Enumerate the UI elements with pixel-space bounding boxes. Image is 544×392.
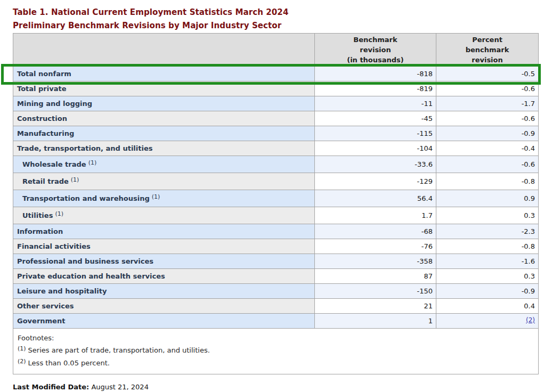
percent-revision-cell: -1.7 — [436, 96, 539, 111]
header-industry-column — [13, 34, 315, 67]
benchmark-revision-cell: -129 — [315, 173, 436, 190]
benchmark-revision-cell: -115 — [315, 126, 436, 141]
row-label-text: Total nonfarm — [17, 70, 71, 78]
footnote-2-link[interactable]: (2) — [526, 316, 535, 324]
row-label: Construction — [13, 111, 315, 126]
page: Table 1. National Current Employment Sta… — [0, 0, 544, 392]
footnote-ref: (1) — [88, 159, 97, 166]
table-row-utilities: Utilities(1) 1.7 0.3 — [13, 207, 539, 224]
row-label-text: Professional and business services — [17, 257, 153, 265]
benchmark-revision-cell: 87 — [315, 269, 436, 284]
benchmark-revision-cell: -358 — [315, 254, 436, 269]
row-label: Financial activities — [13, 239, 315, 254]
percent-revision-cell: -0.6 — [436, 156, 539, 173]
benchmark-revision-cell: -33.6 — [315, 156, 436, 173]
row-label: Total nonfarm — [13, 67, 315, 81]
benchmark-revision-cell: -819 — [315, 81, 436, 96]
table-row-financial-activities: Financial activities -76 -0.8 — [13, 239, 539, 254]
table-title-line2: Preliminary Benchmark Revisions by Major… — [13, 19, 544, 32]
row-label-text: Private education and health services — [17, 272, 165, 280]
percent-revision-cell: -0.9 — [436, 284, 539, 299]
benchmark-revision-cell: -68 — [315, 224, 436, 239]
footnotes-heading: Footnotes: — [18, 332, 534, 344]
row-label-text: Retail trade — [22, 177, 69, 185]
table-row-construction: Construction -45 -0.6 — [13, 111, 539, 126]
table-title-line1: Table 1. National Current Employment Sta… — [13, 6, 544, 19]
last-modified-value: August 21, 2024 — [91, 383, 149, 391]
percent-revision-cell: -0.9 — [436, 126, 539, 141]
row-label: Total private — [13, 81, 315, 96]
row-label: Utilities(1) — [13, 207, 315, 224]
row-label: Mining and logging — [13, 96, 315, 111]
benchmark-revision-cell: -818 — [315, 67, 436, 81]
row-label: Transportation and warehousing(1) — [13, 190, 315, 207]
row-label: Trade, transportation, and utilities — [13, 141, 315, 156]
percent-revision-cell: -0.6 — [436, 111, 539, 126]
percent-revision-cell: 0.4 — [436, 299, 539, 314]
row-label-text: Mining and logging — [17, 100, 92, 108]
row-label-text: Wholesale trade — [22, 160, 86, 168]
benchmark-revision-cell: -150 — [315, 284, 436, 299]
benchmark-revision-cell: -11 — [315, 96, 436, 111]
percent-revision-cell: -0.6 — [436, 81, 539, 96]
percent-revision-cell: -0.8 — [436, 173, 539, 190]
percent-revision-cell: -1.6 — [436, 254, 539, 269]
percent-revision-cell: -2.3 — [436, 224, 539, 239]
row-label: Private education and health services — [13, 269, 315, 284]
footnote-2: (2)Less than 0.05 percent. — [18, 357, 534, 370]
footnote-1-marker: (1) — [18, 345, 26, 352]
benchmark-revision-cell: 56.4 — [315, 190, 436, 207]
row-label-text: Information — [17, 227, 63, 235]
percent-revision-cell: -0.4 — [436, 141, 539, 156]
table-row-retail-trade: Retail trade(1) -129 -0.8 — [13, 173, 539, 190]
footnote-ref: (1) — [71, 176, 79, 183]
row-label: Information — [13, 224, 315, 239]
table-row-government: Government 1 (2) — [13, 314, 539, 329]
benchmark-revision-cell: -45 — [315, 111, 436, 126]
benchmark-revision-cell: -104 — [315, 141, 436, 156]
row-label: Wholesale trade(1) — [13, 156, 315, 173]
row-label-text: Utilities — [22, 211, 53, 219]
row-label-text: Government — [17, 317, 65, 325]
table-row-transportation-and-warehousing: Transportation and warehousing(1) 56.4 0… — [13, 190, 539, 207]
benchmark-revision-cell: 1.7 — [315, 207, 436, 224]
percent-revision-cell: 0.3 — [436, 207, 539, 224]
footnote-2-text: Less than 0.05 percent. — [28, 359, 110, 367]
footnote-2-marker: (2) — [18, 358, 26, 365]
footnotes-row: Footnotes: (1)Series are part of trade, … — [13, 329, 539, 374]
table-row-manufacturing: Manufacturing -115 -0.9 — [13, 126, 539, 141]
row-label: Leisure and hospitality — [13, 284, 315, 299]
row-label-text: Financial activities — [17, 242, 91, 250]
last-modified-label: Last Modified Date: — [13, 383, 89, 391]
table-row-total-nonfarm: Total nonfarm -818 -0.5 — [13, 67, 539, 81]
header-benchmark-revision: Benchmark revision (in thousands) — [315, 34, 436, 67]
benchmark-revisions-table: Benchmark revision (in thousands) Percen… — [13, 33, 539, 374]
row-label: Manufacturing — [13, 126, 315, 141]
table-row-private-education-and-health-services: Private education and health services 87… — [13, 269, 539, 284]
last-modified: Last Modified Date: August 21, 2024 — [13, 383, 544, 391]
row-label-text: Construction — [17, 115, 67, 123]
percent-revision-cell: 0.9 — [436, 190, 539, 207]
table-row-other-services: Other services 21 0.4 — [13, 299, 539, 314]
row-label-text: Other services — [17, 302, 74, 310]
table-row-mining-and-logging: Mining and logging -11 -1.7 — [13, 96, 539, 111]
table-row-leisure-and-hospitality: Leisure and hospitality -150 -0.9 — [13, 284, 539, 299]
footnote-ref: (1) — [152, 193, 160, 200]
row-label-text: Total private — [17, 85, 67, 93]
footnote-ref: (1) — [55, 210, 63, 217]
benchmark-revision-cell: -76 — [315, 239, 436, 254]
table-row-information: Information -68 -2.3 — [13, 224, 539, 239]
row-label-text: Leisure and hospitality — [17, 287, 107, 295]
table-row-total-private: Total private -819 -0.6 — [13, 81, 539, 96]
percent-revision-cell: 0.3 — [436, 269, 539, 284]
row-label: Retail trade(1) — [13, 173, 315, 190]
footnote-1: (1)Series are part of trade, transportat… — [18, 344, 534, 357]
row-label: Government — [13, 314, 315, 329]
footnotes-section: Footnotes: (1)Series are part of trade, … — [13, 329, 539, 374]
benchmark-revision-cell: 1 — [315, 314, 436, 329]
footnote-1-text: Series are part of trade, transportation… — [28, 346, 210, 354]
table-row-professional-and-business-services: Professional and business services -358 … — [13, 254, 539, 269]
table-row-trade-transportation-and-utilities: Trade, transportation, and utilities -10… — [13, 141, 539, 156]
table-row-wholesale-trade: Wholesale trade(1) -33.6 -0.6 — [13, 156, 539, 173]
header-row: Benchmark revision (in thousands) Percen… — [13, 34, 539, 67]
